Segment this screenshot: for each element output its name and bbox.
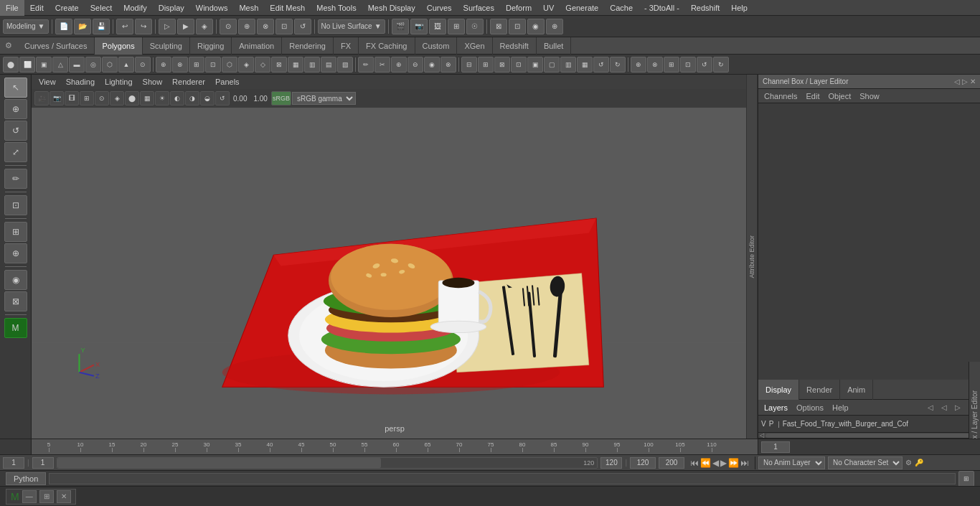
- play-back-button[interactable]: ◀: [712, 458, 719, 468]
- vp-cam-button[interactable]: 🎥: [34, 91, 49, 106]
- tool3-button[interactable]: ◈: [196, 19, 213, 34]
- paint-tool-button[interactable]: ✏: [4, 169, 27, 189]
- op12-button[interactable]: ▧: [337, 57, 353, 72]
- layer-scrollbar[interactable]: ◁ ▷: [758, 433, 980, 438]
- misc2-button[interactable]: ⊠: [4, 291, 27, 311]
- disp6-button[interactable]: ▢: [544, 57, 560, 72]
- uv3-button[interactable]: ⊞: [664, 57, 679, 72]
- poly-pipe-button[interactable]: ⊙: [135, 57, 151, 72]
- settings-icon[interactable]: ⚙: [0, 37, 17, 55]
- disp2-button[interactable]: ⊞: [478, 57, 494, 72]
- misc1-button[interactable]: ◉: [4, 270, 27, 290]
- anim-settings-button[interactable]: ⚙: [905, 459, 912, 467]
- vp-panels-menu[interactable]: Panels: [211, 75, 244, 89]
- uv2-button[interactable]: ⊗: [647, 57, 663, 72]
- tab-rigging[interactable]: Rigging: [190, 37, 232, 55]
- op2-button[interactable]: ⊗: [172, 57, 188, 72]
- vp-renderer-menu[interactable]: Renderer: [168, 75, 209, 89]
- vp-wire-button[interactable]: ◈: [110, 91, 124, 106]
- edit1-button[interactable]: ✏: [358, 57, 374, 72]
- vp-dof-button[interactable]: ◒: [200, 91, 215, 106]
- frame-start-input[interactable]: [32, 457, 54, 469]
- tool2-button[interactable]: ▶: [177, 19, 194, 34]
- uv6-button[interactable]: ↻: [713, 57, 729, 72]
- total-frames-input[interactable]: [630, 457, 656, 469]
- go-start-button[interactable]: ⏮: [690, 458, 699, 468]
- disp1-button[interactable]: ⊟: [461, 57, 477, 72]
- op7-button[interactable]: ◇: [255, 57, 270, 72]
- panel-left-button[interactable]: ◁: [954, 78, 960, 85]
- scroll-left-arrow[interactable]: ◁: [758, 432, 765, 439]
- frame-end-input[interactable]: [600, 457, 622, 469]
- op4-button[interactable]: ⊡: [205, 57, 221, 72]
- poly-torus-button[interactable]: ◎: [85, 57, 101, 72]
- menu-mesh-display[interactable]: Mesh Display: [362, 0, 421, 16]
- poly-sphere-button[interactable]: ⬤: [3, 57, 19, 72]
- panel-collapse-button[interactable]: ▷: [962, 78, 968, 85]
- edit5-button[interactable]: ◉: [424, 57, 440, 72]
- render2-button[interactable]: 📷: [410, 19, 428, 34]
- transform-tool-button[interactable]: ⊕: [4, 99, 27, 119]
- python-run-button[interactable]: ⊞: [958, 471, 974, 487]
- anim-layer-select[interactable]: No Anim Layer: [758, 456, 825, 469]
- open-file-button[interactable]: 📂: [74, 19, 91, 34]
- vp-grid-button[interactable]: ⊞: [80, 91, 94, 106]
- vp-obj-button[interactable]: ⊙: [95, 91, 109, 106]
- frame-current-input[interactable]: [3, 457, 24, 469]
- uv4-button[interactable]: ⊡: [680, 57, 696, 72]
- menu-surfaces[interactable]: Surfaces: [458, 0, 500, 16]
- vp-lighting-menu[interactable]: Lighting: [100, 75, 137, 89]
- poly-plane-button[interactable]: ▬: [69, 57, 85, 72]
- extra4-button[interactable]: ⊕: [546, 19, 563, 34]
- extra2-button[interactable]: ⊡: [509, 19, 526, 34]
- panel-close-button[interactable]: ✕: [970, 78, 976, 85]
- tab-custom[interactable]: Custom: [415, 37, 458, 55]
- vp-light-button[interactable]: ☀: [155, 91, 169, 106]
- save-file-button[interactable]: 💾: [93, 19, 110, 34]
- op11-button[interactable]: ▤: [321, 57, 336, 72]
- vp-shading-menu[interactable]: Shading: [62, 75, 99, 89]
- layer-icon2[interactable]: ◁: [938, 402, 950, 413]
- disp8-button[interactable]: ▦: [577, 57, 593, 72]
- render4-button[interactable]: ⊞: [448, 19, 465, 34]
- tab-animation[interactable]: Animation: [232, 37, 282, 55]
- menu-uv[interactable]: UV: [537, 0, 560, 16]
- channels-tab[interactable]: Channels: [761, 92, 800, 100]
- poly-cube-button[interactable]: ⬜: [19, 57, 35, 72]
- poly-cyl-button[interactable]: ▣: [36, 57, 52, 72]
- select-tool-button[interactable]: ↖: [4, 78, 27, 98]
- rotate-tool-button[interactable]: ↺: [4, 121, 27, 141]
- maximize-button[interactable]: ⊞: [39, 490, 54, 503]
- python-tab[interactable]: Python: [6, 472, 46, 485]
- vp-shade-button[interactable]: ⬤: [125, 91, 139, 106]
- uv1-button[interactable]: ⊕: [631, 57, 646, 72]
- range-bar[interactable]: 120: [57, 457, 598, 469]
- menu-modify[interactable]: Modify: [118, 0, 152, 16]
- tab-fx[interactable]: FX: [334, 37, 359, 55]
- vp-color-button[interactable]: sRGB: [271, 91, 291, 106]
- vp-show-menu[interactable]: Show: [138, 75, 167, 89]
- vp-shadow-button[interactable]: ◐: [170, 91, 184, 106]
- object-tab[interactable]: Object: [825, 92, 854, 100]
- op9-button[interactable]: ▦: [288, 57, 303, 72]
- play-forward-button[interactable]: ▶: [720, 458, 727, 468]
- edit-tab[interactable]: Edit: [803, 92, 822, 100]
- snap5-button[interactable]: ↺: [294, 19, 311, 34]
- snap2-button[interactable]: ⊕: [238, 19, 255, 34]
- poly-prism-button[interactable]: ⬡: [102, 57, 118, 72]
- edit4-button[interactable]: ⊖: [407, 57, 423, 72]
- tab-curves-surfaces[interactable]: Curves / Surfaces: [17, 37, 95, 55]
- options-tab[interactable]: Options: [793, 403, 826, 412]
- menu-display[interactable]: Display: [153, 0, 190, 16]
- vp-cam2-button[interactable]: 📷: [50, 91, 64, 106]
- scroll-track[interactable]: [765, 434, 973, 438]
- snap-vert-button[interactable]: ⊕: [4, 243, 27, 263]
- snap1-button[interactable]: ⊙: [220, 19, 237, 34]
- op3-button[interactable]: ⊞: [189, 57, 204, 72]
- menu-mesh-tools[interactable]: Mesh Tools: [311, 0, 362, 16]
- disp7-button[interactable]: ▥: [560, 57, 576, 72]
- op8-button[interactable]: ⊠: [271, 57, 287, 72]
- edit6-button[interactable]: ⊗: [440, 57, 456, 72]
- close-button[interactable]: ✕: [57, 490, 71, 503]
- tab-sculpting[interactable]: Sculpting: [143, 37, 190, 55]
